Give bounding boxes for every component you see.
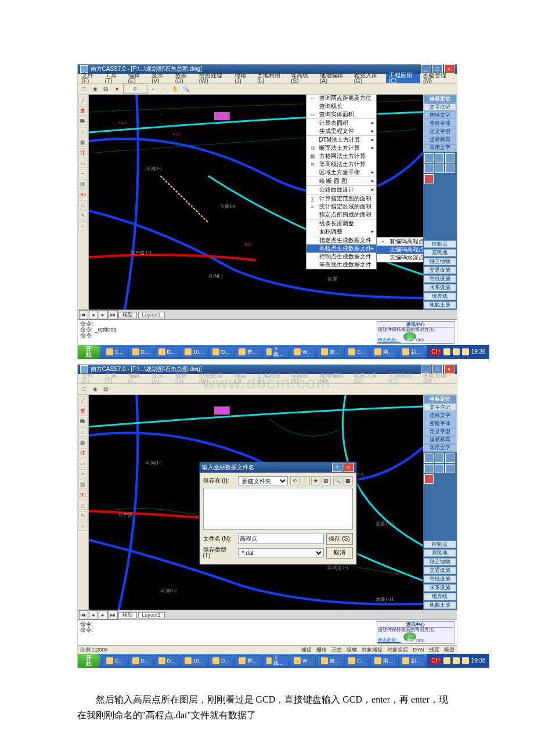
rp-stand[interactable]: 独立地物 [424, 558, 456, 566]
cancel-button[interactable]: 取消 [326, 547, 353, 559]
up-icon[interactable]: ⤴ [301, 476, 310, 485]
menu-edit[interactable]: 编辑(E) [125, 74, 149, 83]
dd-calc-range-area[interactable]: ∑计算指定范围的面积 [306, 195, 376, 203]
tray-icon[interactable] [453, 657, 460, 664]
task-item[interactable]: D... [128, 655, 153, 667]
lt-tri-icon[interactable]: △ [78, 200, 88, 210]
search-icon[interactable]: 🔍 [333, 476, 342, 485]
task-item[interactable]: 南... [370, 655, 397, 667]
lt-grid-icon[interactable]: ▦ [78, 138, 88, 147]
tool-zoomin-icon[interactable]: ＋ [148, 84, 158, 94]
tab-last-icon[interactable]: ⏭ [109, 310, 118, 319]
rp-stand[interactable]: 独立地物 [424, 258, 456, 265]
message-center[interactable]: 通讯中心 使软件保持最新的简易方法。 单击此处。 48% 0Kb [377, 621, 454, 644]
osnap-button[interactable]: 对象捕捉 [362, 647, 383, 653]
tool-save-icon[interactable]: ▤ [101, 84, 111, 94]
lt-house-icon[interactable]: ⌂ [78, 427, 88, 437]
rp-font[interactable]: 变换字体 [424, 420, 456, 427]
tool-new-icon[interactable]: □ [79, 84, 89, 94]
sub-uncoded[interactable]: ▪无编码高程点 [377, 246, 423, 254]
rp-common[interactable]: 常用文字 [424, 144, 456, 152]
message-center[interactable]: 通讯中心 使软件保持最新的简易方法。 单击此处。 47% 0Kb [377, 321, 454, 344]
dd-stat-area[interactable]: ≡统计指定区域的面积 [306, 203, 376, 211]
task-item[interactable]: 新... [398, 346, 425, 358]
task-item[interactable]: 下载... [262, 655, 289, 667]
lt-bold-icon[interactable]: 重 [78, 406, 88, 416]
task-item[interactable]: 南... [370, 346, 397, 358]
task-item[interactable]: C... [102, 346, 127, 358]
drawing-canvas[interactable]: +++ +++ [89, 95, 423, 309]
dd-area-adj[interactable]: 面积调整▸ [306, 228, 376, 236]
menu-draw[interactable]: 绘图处理(W) [196, 74, 232, 83]
rp-border[interactable]: 境界线 [424, 593, 456, 600]
rp-text[interactable]: 文字注记 [424, 103, 456, 111]
task-item[interactable]: C... [344, 346, 369, 358]
rp-text[interactable]: 文字注记 [424, 404, 456, 411]
lt-pen-icon[interactable]: ✎ [78, 511, 88, 520]
lt-note-icon[interactable]: 注 [78, 448, 88, 458]
lt-circ-icon[interactable]: ○ [78, 521, 88, 531]
menu-check[interactable]: 检查入库(G) [351, 74, 386, 83]
lwt-button[interactable]: 线宽 [429, 647, 439, 653]
rp-elev[interactable]: 坐标标高 [424, 436, 456, 444]
tool-save-icon[interactable]: ▤ [101, 384, 111, 394]
file-list[interactable] [203, 488, 353, 530]
task-item[interactable]: D... [154, 346, 179, 358]
task-item[interactable]: 10... [181, 346, 208, 358]
newfolder-icon[interactable]: ✳ [311, 476, 320, 485]
rp-cont-text[interactable]: 连续文字 [424, 412, 456, 419]
dd-gen-ctrl[interactable]: 控制点生成数据文件 [306, 253, 376, 261]
tool-new-icon[interactable]: □ [79, 384, 89, 394]
tray-icon[interactable] [443, 657, 450, 664]
tool-zoom-icon[interactable]: 🔍 [181, 84, 192, 94]
tab-first-icon[interactable]: ⏮ [79, 310, 88, 319]
lt-rect-icon[interactable]: ▭ [78, 159, 88, 168]
ortho-button[interactable]: 正交 [331, 647, 342, 653]
rp-icon-1[interactable] [424, 153, 434, 163]
lt-hatch-icon[interactable]: ▨ [78, 480, 88, 489]
back-icon[interactable]: ⟲ [290, 476, 300, 485]
tool-pan-icon[interactable]: ✋ [170, 84, 181, 94]
menu-land[interactable]: 土地利用(L) [254, 74, 288, 83]
rp-icon[interactable] [435, 464, 444, 473]
tray-icon[interactable] [462, 348, 469, 355]
task-item[interactable]: 10... [181, 655, 208, 667]
lt-car-icon[interactable]: ⛟ [78, 417, 88, 426]
tab-prev-icon[interactable]: ◂ [89, 610, 98, 620]
task-item[interactable]: 新... [398, 655, 425, 667]
rp-terrain[interactable]: 地貌土质 [424, 301, 456, 309]
lt-tri-icon[interactable]: △ [78, 501, 88, 510]
menu-contour[interactable]: 等高线(S) [288, 74, 317, 83]
task-item[interactable]: W... [290, 346, 316, 358]
dd-point-area[interactable]: 指定点所围成的面积 [306, 211, 376, 219]
lt-hatch-icon[interactable]: ▨ [78, 179, 88, 189]
savedlg-help-icon[interactable]: ? [332, 463, 342, 472]
lt-91-icon[interactable]: .91 [78, 490, 88, 499]
tool-layer-icon[interactable]: ● [112, 84, 122, 94]
rp-icon[interactable] [424, 464, 434, 473]
rp-icon-7[interactable] [424, 174, 434, 183]
menu-feature[interactable]: 地物编辑(A) [317, 74, 351, 83]
rp-resident[interactable]: 居民地 [424, 249, 456, 257]
lt-line-icon[interactable]: ╱ [78, 396, 88, 405]
rp-icon[interactable] [445, 453, 454, 463]
dd-contour-earth[interactable]: ≋等高线法土方计算 [306, 160, 376, 168]
rp-icon-5[interactable] [435, 164, 444, 173]
task-item[interactable]: 波... [317, 346, 344, 358]
task-item[interactable]: 波... [317, 655, 344, 667]
task-item[interactable]: D... [128, 346, 153, 358]
viewmode-icon[interactable]: ▥ [322, 476, 331, 485]
dyn-button[interactable]: DYN [413, 647, 424, 653]
menu-diji[interactable]: 地籍(J) [232, 74, 254, 83]
rp-icon[interactable] [445, 464, 454, 473]
menu-data[interactable]: 数据(D) [172, 74, 196, 83]
msg-link[interactable]: 单击此处。 [378, 337, 401, 343]
tab-model[interactable]: 模型 [118, 612, 137, 618]
preview-icon[interactable]: ▦ [344, 476, 353, 485]
tray-icon[interactable] [453, 348, 460, 355]
dd-road-curve[interactable]: 公路曲线设计▸ [306, 186, 376, 195]
tab-layout[interactable]: Layout1 [138, 312, 165, 318]
menu-sheet[interactable]: 图幅管理(M) [420, 74, 455, 83]
dd-dtm[interactable]: DTM法土方计算▸ [306, 136, 376, 144]
tab-next-icon[interactable]: ▸ [99, 310, 108, 319]
